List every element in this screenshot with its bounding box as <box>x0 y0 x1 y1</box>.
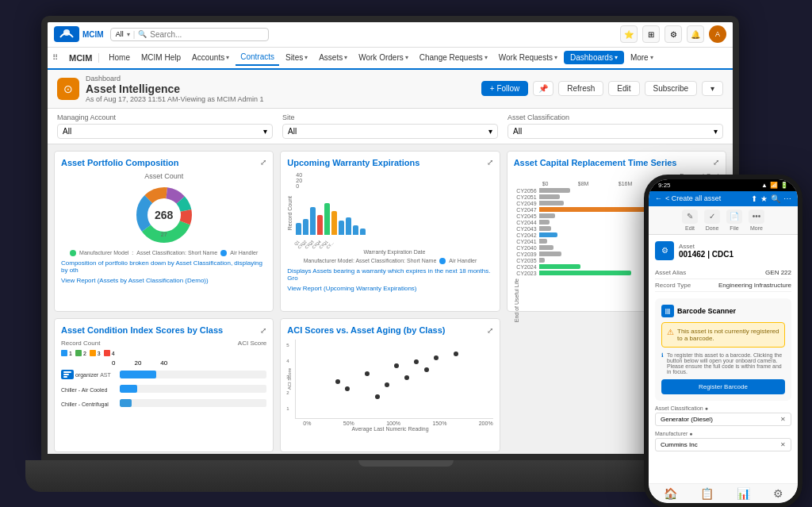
edit-button[interactable]: Edit <box>608 81 639 96</box>
y-tick-3: 3 <box>286 374 289 379</box>
mobile-search-icon[interactable]: 🔍 <box>771 194 780 203</box>
mobile-tab-more[interactable]: ••• More <box>749 209 764 231</box>
pin-button[interactable]: 📌 <box>533 81 553 96</box>
scatter-dot-9 <box>404 375 409 380</box>
nav-accounts[interactable]: Accounts ▾ <box>187 50 234 65</box>
timeseries-expand-icon[interactable]: ⤢ <box>713 158 719 167</box>
condition-expand-icon[interactable]: ⤢ <box>260 326 266 335</box>
edit-tab-label: Edit <box>685 225 695 231</box>
portfolio-desc1: Composition of portfolio broken down by … <box>61 259 266 274</box>
mobile-star-icon[interactable]: ★ <box>760 194 768 203</box>
scatter-y-label: ACI Score <box>287 368 292 390</box>
star-icon-btn[interactable]: ⭐ <box>620 25 638 43</box>
mobile-bottom-list-icon[interactable]: 📋 <box>700 487 714 500</box>
legend-label-1: Manufacturer Model <box>79 250 128 255</box>
nav-dashboards[interactable]: Dashboards ▾ <box>564 51 624 64</box>
apps-icon[interactable]: ⠿ <box>52 53 58 62</box>
aci-item-1: 1 <box>61 350 72 356</box>
classification-field-input[interactable]: Generator (Diesel) ✕ <box>655 413 791 426</box>
nav-contracts[interactable]: Contracts <box>236 49 279 66</box>
nav-workrequests[interactable]: Work Requests ▾ <box>494 50 562 65</box>
manufacturer-field-input[interactable]: Cummins Inc ✕ <box>655 438 791 451</box>
mobile-bottom-chart-icon[interactable]: 📊 <box>737 487 750 500</box>
nav-assets[interactable]: Assets ▾ <box>314 50 352 65</box>
warranty-expand-icon[interactable]: ⤢ <box>487 158 493 167</box>
done-tab-label: Done <box>706 225 719 231</box>
mobile-bottom-settings-icon[interactable]: ⚙ <box>773 487 783 500</box>
scatter-expand-icon[interactable]: ⤢ <box>487 326 493 335</box>
user-avatar[interactable]: A <box>709 25 726 43</box>
subscribe-button[interactable]: Subscribe <box>645 81 697 96</box>
nav-brand-label: MCIM <box>63 53 99 63</box>
scatter-dot-4 <box>414 359 419 364</box>
svg-rect-9 <box>63 374 69 375</box>
classification-field-value: Generator (Diesel) <box>661 416 713 423</box>
chiller-air-track <box>120 385 266 393</box>
nav-workorders[interactable]: Work Orders ▾ <box>354 50 413 65</box>
site-select[interactable]: All ▾ <box>282 124 498 139</box>
signal-icon: 📶 <box>770 182 778 189</box>
ts-y-label: End of Useful Life <box>514 278 519 313</box>
scatter-dot-7 <box>454 351 458 356</box>
x-label-150pct: 150% <box>432 421 446 426</box>
managing-account-select[interactable]: All ▾ <box>57 124 273 139</box>
classification-clear-icon[interactable]: ✕ <box>780 416 786 423</box>
warranty-desc2[interactable]: View Report (Upcoming Warranty Expiratio… <box>287 285 492 292</box>
portfolio-widget-header: Asset Portfolio Composition ⤢ <box>61 158 266 167</box>
follow-button[interactable]: + Follow <box>481 81 529 96</box>
nav-changerequests[interactable]: Change Requests ▾ <box>415 50 492 65</box>
organizer-icon <box>61 370 74 379</box>
register-barcode-button[interactable]: Register Barcode <box>661 379 785 394</box>
legend-label-2: Asset Classification: Short Name <box>136 250 217 255</box>
mobile-tab-edit[interactable]: ✎ Edit <box>682 209 698 231</box>
condition-widget: Asset Condition Index Scores by Class ⤢ … <box>54 318 274 452</box>
ts-label-cy2035: CY2035 <box>514 258 539 263</box>
mobile-dots-icon[interactable]: ⋯ <box>783 194 791 203</box>
manufacturer-clear-icon[interactable]: ✕ <box>780 441 786 448</box>
settings-icon-btn[interactable]: ⚙ <box>665 25 682 43</box>
barcode-title: ||| Barcode Scanner <box>661 305 785 317</box>
portfolio-title: Asset Portfolio Composition <box>61 158 179 167</box>
donut-label: Asset Count <box>144 172 183 180</box>
grid-icon-btn[interactable]: ⊞ <box>642 25 660 43</box>
nav-home[interactable]: Home <box>104 50 135 65</box>
scatter-widget-header: ACI Scores vs. Asset Aging (by Class) ⤢ <box>287 325 492 335</box>
mobile-nav-back[interactable]: ← <box>655 194 662 202</box>
barcode-title-text: Barcode Scanner <box>677 307 736 315</box>
more-actions-button[interactable]: ▾ <box>702 81 723 96</box>
page-header: ⊙ Dashboard Asset Intelligence As of Aug… <box>48 70 733 109</box>
mcim-logo: MCIM <box>54 26 104 42</box>
timeseries-widget-header: Asset Capital Replacement Time Series ⤢ <box>514 158 719 167</box>
mobile-tab-done[interactable]: ✓ Done <box>704 209 720 231</box>
mobile-bottom-home-icon[interactable]: 🏠 <box>664 487 677 500</box>
mobile-tab-file[interactable]: 📄 File <box>726 209 742 231</box>
aci-label-2: 2 <box>83 351 86 356</box>
mobile-nav[interactable]: ← < Create all asset ⬆ ★ 🔍 ⋯ <box>649 191 798 206</box>
asset-type-label: Asset <box>679 243 733 250</box>
bell-icon-btn[interactable]: 🔔 <box>687 25 704 43</box>
managing-account-value: All <box>63 127 71 136</box>
ts-label-cy2041: CY2041 <box>514 239 539 244</box>
barcode-warning-box: ⚠ This asset is not currently registered… <box>661 322 785 348</box>
portfolio-desc2[interactable]: View Report (Assets by Asset Classificat… <box>61 277 266 284</box>
file-tab-label: File <box>730 225 738 231</box>
asset-alias-row: Asset Alias GEN 222 <box>655 267 791 279</box>
asset-classification-select[interactable]: All ▾ <box>508 124 723 139</box>
nav-help[interactable]: MCIM Help <box>136 50 186 65</box>
page-actions: + Follow 📌 Refresh Edit Subscribe ▾ <box>481 81 723 96</box>
ts-label-cy2044: CY2044 <box>514 220 539 225</box>
bar-6 <box>331 211 337 235</box>
mobile-upload-icon[interactable]: ⬆ <box>751 194 757 203</box>
mobile-status-bar: 9:25 ▲ 📶 🔋 <box>649 179 798 191</box>
brand-label: MCIM <box>82 30 104 39</box>
portfolio-legend: Manufacturer Model : Asset Classificatio… <box>61 250 266 256</box>
legend-dot-air <box>220 250 227 256</box>
x-scale-20: 20 <box>134 359 141 367</box>
refresh-button[interactable]: Refresh <box>558 81 603 96</box>
nav-sites[interactable]: Sites ▾ <box>281 50 312 65</box>
nav-more[interactable]: More ▾ <box>626 50 658 65</box>
portfolio-expand-icon[interactable]: ⤢ <box>260 158 266 167</box>
search-bar[interactable]: All ▾ | 🔍 <box>110 28 269 41</box>
barcode-icon: ||| <box>661 305 674 317</box>
search-input[interactable] <box>150 30 262 39</box>
